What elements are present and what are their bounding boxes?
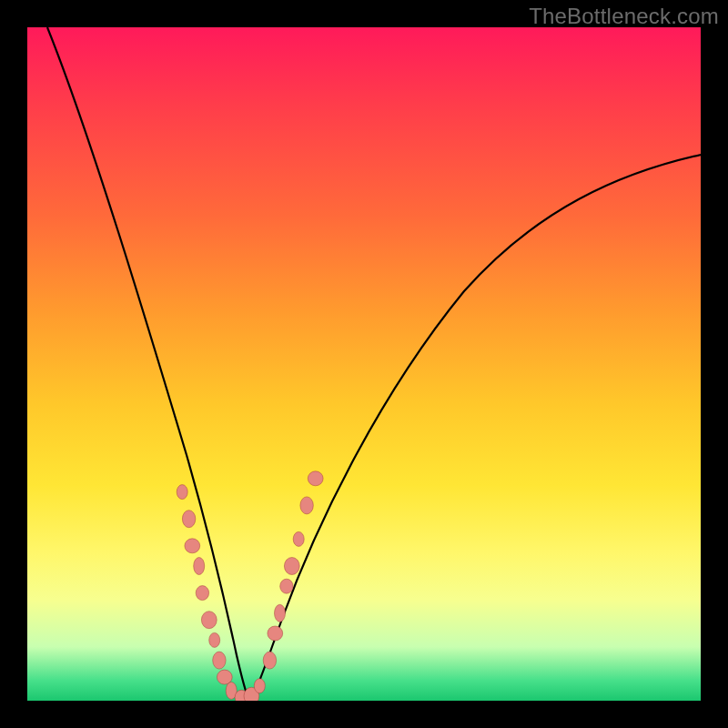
marker-point <box>254 679 265 693</box>
marker-point <box>177 485 187 500</box>
marker-group <box>177 471 323 701</box>
marker-point <box>185 539 200 553</box>
curve-right <box>249 155 701 701</box>
marker-point <box>275 604 286 622</box>
marker-point <box>194 558 205 575</box>
marker-point <box>300 497 313 514</box>
marker-point <box>196 586 208 601</box>
marker-point <box>209 632 220 647</box>
curve-left <box>47 27 249 701</box>
marker-point <box>201 612 217 629</box>
watermark-text: TheBottleneck.com <box>529 4 719 29</box>
chart-svg <box>27 27 701 701</box>
marker-point <box>263 652 276 669</box>
marker-point <box>268 626 283 641</box>
chart-frame: TheBottleneck.com <box>0 0 728 728</box>
marker-point <box>308 471 323 486</box>
plot-area <box>27 27 701 701</box>
marker-point <box>182 511 195 528</box>
marker-point <box>213 652 226 669</box>
marker-point <box>280 579 293 593</box>
marker-point <box>284 558 299 575</box>
marker-point <box>293 531 304 546</box>
